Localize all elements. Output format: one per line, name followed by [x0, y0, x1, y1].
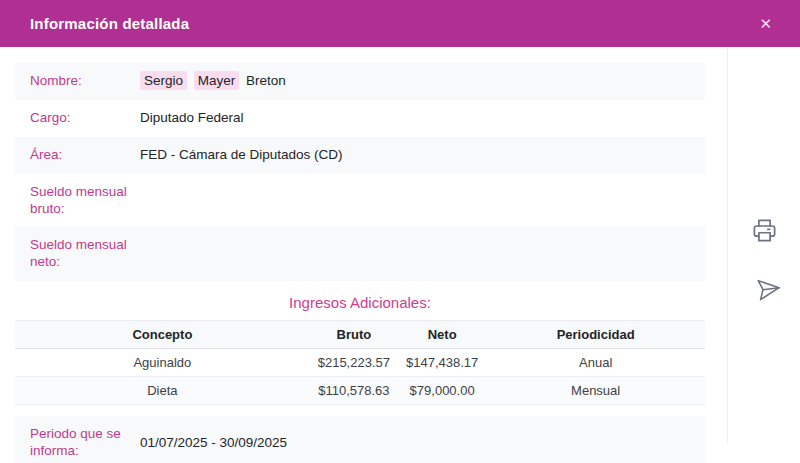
column-header-neto: Neto [398, 321, 486, 349]
field-row-periodo: Periodo que se informa: 01/07/2025 - 30/… [15, 416, 705, 463]
table-row: Dieta $110,578.63 $79,000.00 Mensual [15, 377, 705, 405]
cell-concepto: Aguinaldo [15, 349, 310, 377]
table-row: Aguinaldo $215,223.57 $147,438.17 Anual [15, 349, 705, 377]
modal-header: Información detallada ✕ [0, 0, 800, 47]
field-row-area: Área: FED - Cámara de Diputados (CD) [15, 137, 705, 174]
field-row-sueldo-neto: Sueldo mensual neto: [15, 227, 705, 281]
field-label-sueldo-bruto: Sueldo mensual bruto: [30, 184, 140, 218]
cell-neto: $79,000.00 [398, 377, 486, 405]
name-part-highlight: Mayer [194, 71, 240, 90]
detail-content: Nombre: Sergio Mayer Breton Cargo: Diput… [0, 47, 727, 463]
cell-concepto: Dieta [15, 377, 310, 405]
field-value-cargo: Diputado Federal [140, 110, 690, 127]
name-part-highlight: Sergio [140, 71, 187, 90]
name-part: Breton [246, 73, 286, 88]
close-icon[interactable]: ✕ [755, 12, 776, 35]
field-value-nombre: Sergio Mayer Breton [140, 73, 690, 90]
field-row-nombre: Nombre: Sergio Mayer Breton [15, 63, 705, 100]
ingresos-header-row: Concepto Bruto Neto Periodicidad [15, 321, 705, 349]
field-label-area: Área: [30, 147, 140, 164]
send-button[interactable] [748, 273, 781, 309]
ingresos-table: Concepto Bruto Neto Periodicidad Aguinal… [15, 320, 705, 405]
modal-title: Información detallada [30, 15, 189, 32]
field-label-cargo: Cargo: [30, 110, 140, 127]
field-value-periodo: 01/07/2025 - 30/09/2025 [140, 435, 690, 452]
field-value-area: FED - Cámara de Diputados (CD) [140, 147, 690, 164]
paper-plane-icon [752, 277, 777, 305]
printer-icon [751, 217, 778, 247]
side-toolbar [727, 47, 800, 443]
column-header-bruto: Bruto [310, 321, 398, 349]
cell-periodicidad: Anual [486, 349, 705, 377]
ingresos-heading: Ingresos Adicionales: [15, 294, 705, 311]
field-row-sueldo-bruto: Sueldo mensual bruto: [15, 174, 705, 228]
field-label-sueldo-neto: Sueldo mensual neto: [30, 237, 140, 271]
cell-bruto: $215,223.57 [310, 349, 398, 377]
modal-body: Nombre: Sergio Mayer Breton Cargo: Diput… [0, 47, 800, 463]
field-label-periodo: Periodo que se informa: [30, 426, 140, 460]
field-row-cargo: Cargo: Diputado Federal [15, 100, 705, 137]
print-button[interactable] [747, 213, 782, 251]
cell-neto: $147,438.17 [398, 349, 486, 377]
cell-periodicidad: Mensual [486, 377, 705, 405]
field-label-nombre: Nombre: [30, 73, 140, 90]
column-header-concepto: Concepto [15, 321, 310, 349]
column-header-periodicidad: Periodicidad [486, 321, 705, 349]
detail-modal: Información detallada ✕ Nombre: Sergio M… [0, 0, 800, 463]
cell-bruto: $110,578.63 [310, 377, 398, 405]
